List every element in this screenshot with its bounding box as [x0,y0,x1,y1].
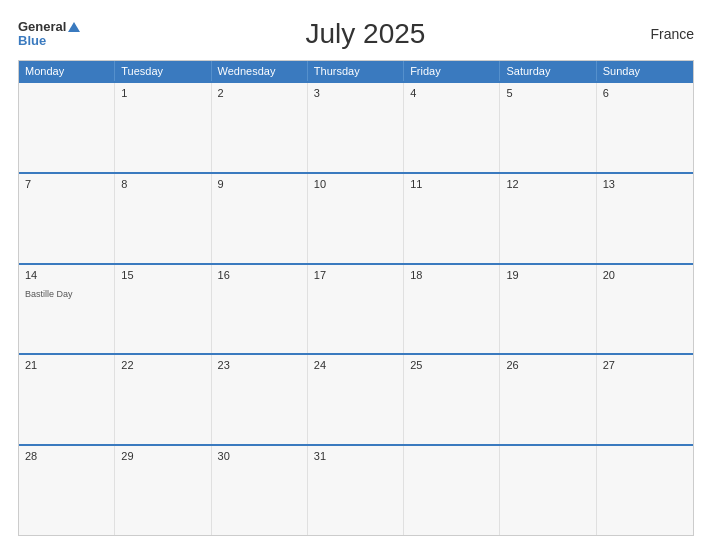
day-number: 12 [506,178,589,190]
day-number: 7 [25,178,108,190]
cal-cell: 21 [19,355,115,444]
day-number: 1 [121,87,204,99]
day-number: 31 [314,450,397,462]
header-cell-friday: Friday [404,61,500,81]
calendar-header-row: MondayTuesdayWednesdayThursdayFridaySatu… [19,61,693,81]
week-row-5: 28293031 [19,444,693,535]
week-row-4: 21222324252627 [19,353,693,444]
cal-cell [19,83,115,172]
day-number: 11 [410,178,493,190]
cal-cell: 7 [19,174,115,263]
header-cell-thursday: Thursday [308,61,404,81]
cal-cell: 18 [404,265,500,354]
cal-cell: 25 [404,355,500,444]
cal-cell: 14Bastille Day [19,265,115,354]
day-number: 28 [25,450,108,462]
header-cell-saturday: Saturday [500,61,596,81]
day-number: 16 [218,269,301,281]
day-number: 6 [603,87,687,99]
calendar-page: General Blue July 2025 France MondayTues… [0,0,712,550]
cal-cell: 12 [500,174,596,263]
logo-general-text: General [18,20,66,34]
cal-cell: 1 [115,83,211,172]
cal-cell: 15 [115,265,211,354]
day-number: 23 [218,359,301,371]
day-number: 3 [314,87,397,99]
day-event: Bastille Day [25,289,73,299]
day-number: 9 [218,178,301,190]
calendar-body: 1234567891011121314Bastille Day151617181… [19,81,693,535]
cal-cell: 29 [115,446,211,535]
cal-cell [404,446,500,535]
day-number: 20 [603,269,687,281]
country-label: France [650,26,694,42]
day-number: 4 [410,87,493,99]
cal-cell: 10 [308,174,404,263]
logo-triangle-icon [68,22,80,32]
day-number: 26 [506,359,589,371]
logo-blue-text: Blue [18,34,46,48]
cal-cell: 31 [308,446,404,535]
header-cell-wednesday: Wednesday [212,61,308,81]
day-number: 8 [121,178,204,190]
cal-cell: 16 [212,265,308,354]
cal-cell: 5 [500,83,596,172]
cal-cell: 17 [308,265,404,354]
day-number: 22 [121,359,204,371]
week-row-2: 78910111213 [19,172,693,263]
cal-cell: 22 [115,355,211,444]
cal-cell [500,446,596,535]
day-number: 13 [603,178,687,190]
day-number: 27 [603,359,687,371]
calendar: MondayTuesdayWednesdayThursdayFridaySatu… [18,60,694,536]
day-number: 2 [218,87,301,99]
cal-cell: 20 [597,265,693,354]
day-number: 25 [410,359,493,371]
week-row-1: 123456 [19,81,693,172]
logo: General Blue [18,20,80,49]
cal-cell: 4 [404,83,500,172]
day-number: 21 [25,359,108,371]
day-number: 24 [314,359,397,371]
cal-cell: 11 [404,174,500,263]
cal-cell: 6 [597,83,693,172]
week-row-3: 14Bastille Day151617181920 [19,263,693,354]
header: General Blue July 2025 France [18,18,694,50]
day-number: 17 [314,269,397,281]
cal-cell: 2 [212,83,308,172]
day-number: 19 [506,269,589,281]
month-title: July 2025 [305,18,425,50]
cal-cell: 13 [597,174,693,263]
day-number: 5 [506,87,589,99]
header-cell-tuesday: Tuesday [115,61,211,81]
header-cell-monday: Monday [19,61,115,81]
cal-cell: 26 [500,355,596,444]
day-number: 10 [314,178,397,190]
cal-cell: 19 [500,265,596,354]
day-number: 15 [121,269,204,281]
day-number: 30 [218,450,301,462]
cal-cell: 30 [212,446,308,535]
cal-cell: 23 [212,355,308,444]
cal-cell [597,446,693,535]
day-number: 14 [25,269,108,281]
cal-cell: 8 [115,174,211,263]
cal-cell: 3 [308,83,404,172]
cal-cell: 24 [308,355,404,444]
header-cell-sunday: Sunday [597,61,693,81]
cal-cell: 9 [212,174,308,263]
cal-cell: 27 [597,355,693,444]
day-number: 29 [121,450,204,462]
day-number: 18 [410,269,493,281]
cal-cell: 28 [19,446,115,535]
